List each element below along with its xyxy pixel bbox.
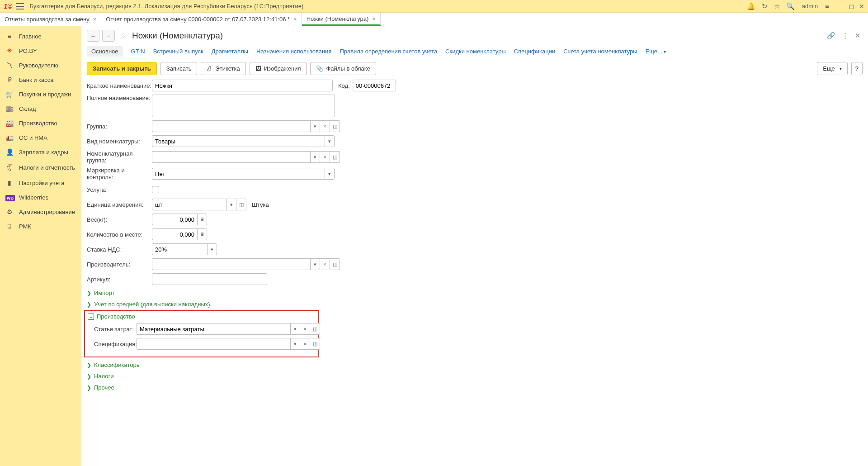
subtab-usage[interactable]: Назначения использования	[256, 48, 331, 55]
open-button[interactable]: ◫	[330, 258, 340, 270]
close-icon[interactable]: ×	[93, 16, 97, 23]
marking-label: Маркировка и контроль:	[87, 167, 152, 181]
clear-button[interactable]: ×	[320, 258, 330, 270]
sidebar-item-manager[interactable]: 〽Руководителю	[0, 58, 81, 72]
nom-group-input[interactable]	[152, 151, 310, 163]
minimize-icon[interactable]: —	[838, 3, 844, 10]
open-button[interactable]: ◫	[330, 151, 340, 163]
group-input[interactable]	[152, 120, 310, 132]
section-production[interactable]: ⌄ Производство	[88, 312, 316, 321]
images-button[interactable]: Изображения	[250, 62, 307, 75]
label-button[interactable]: Этикетка	[201, 62, 245, 75]
open-button[interactable]: ◫	[330, 120, 340, 132]
help-button[interactable]: ?	[851, 62, 863, 75]
sidebar-item-wildberries[interactable]: WBWildberries	[0, 190, 81, 204]
section-other[interactable]: ❯ Прочее	[87, 383, 863, 392]
history-icon[interactable]: ↻	[762, 2, 768, 10]
subtab-metals[interactable]: Драгметаллы	[212, 48, 248, 55]
sidebar-item-admin[interactable]: ⚙Администрирование	[0, 204, 81, 219]
save-button[interactable]: Записать	[160, 62, 198, 75]
open-button[interactable]: ◫	[236, 199, 246, 210]
kebab-icon[interactable]: ⋮	[840, 30, 850, 42]
sidebar-item-settings[interactable]: ▮Настройки учета	[0, 176, 81, 190]
weight-input[interactable]	[152, 214, 197, 225]
bell-icon[interactable]: 🔔	[747, 2, 755, 10]
dropdown-button[interactable]: ▾	[310, 258, 320, 270]
unit-text: Штука	[252, 201, 269, 208]
subtab-accounts[interactable]: Счета учета номенклатуры	[563, 48, 637, 55]
section-avg[interactable]: ❯ Учет по средней (для выписки накладных…	[87, 300, 863, 309]
sidebar-item-production[interactable]: 🏭Производство	[0, 116, 81, 130]
maximize-icon[interactable]: ◻	[849, 3, 854, 10]
vat-input[interactable]	[152, 243, 207, 255]
article-input[interactable]	[152, 273, 267, 285]
spec-input[interactable]	[137, 338, 290, 350]
type-input[interactable]	[152, 135, 325, 147]
more-button[interactable]: Еще▾	[817, 62, 847, 75]
dropdown-button[interactable]: ▾	[290, 323, 300, 335]
tab-report-doc[interactable]: Отчет производства за смену 0000-000002 …	[101, 13, 302, 26]
sidebar-item-assets[interactable]: 🚛ОС и НМА	[0, 130, 81, 145]
marking-input[interactable]	[152, 168, 325, 180]
clear-button[interactable]: ×	[320, 151, 330, 163]
sidebar-item-bank[interactable]: ₽Банк и касса	[0, 72, 81, 87]
subtab-counter[interactable]: Встречный выпуск	[153, 48, 203, 55]
search-icon[interactable]: 🔍	[786, 2, 795, 10]
clear-button[interactable]: ×	[300, 323, 310, 335]
sidebar-item-rmk[interactable]: 🖥РМК	[0, 219, 81, 233]
close-icon[interactable]: ×	[293, 16, 297, 23]
full-name-input[interactable]	[152, 95, 335, 117]
section-import[interactable]: ❯ Импорт	[87, 288, 863, 298]
section-classifiers[interactable]: ❯ Классификаторы	[87, 360, 863, 370]
sidebar-item-main[interactable]: ≡Главное	[0, 29, 81, 43]
nav-back-button[interactable]: ←	[87, 30, 99, 42]
tab-report-list[interactable]: Отчеты производства за смену ×	[0, 13, 101, 26]
files-button[interactable]: Файлы в облаке	[310, 62, 376, 75]
short-name-input[interactable]	[152, 80, 333, 91]
dropdown-button[interactable]: ▾	[207, 243, 217, 255]
sidebar-item-poby[interactable]: ✳PO.BY	[0, 43, 81, 58]
clear-button[interactable]: ×	[300, 338, 310, 350]
close-page-icon[interactable]: ✕	[853, 30, 863, 42]
dropdown-button[interactable]: ▾	[310, 151, 320, 163]
spec-label: Спецификация:	[94, 341, 137, 347]
cost-item-input[interactable]	[137, 323, 290, 335]
hamburger-icon[interactable]	[16, 3, 24, 10]
close-window-icon[interactable]: ✕	[859, 3, 864, 10]
subtab-gtin[interactable]: GTIN	[131, 48, 145, 55]
subtab-specs[interactable]: Спецификации	[514, 48, 556, 55]
section-taxes[interactable]: ❯ Налоги	[87, 371, 863, 381]
manufacturer-input[interactable]	[152, 258, 310, 270]
subtab-main[interactable]: Основное	[87, 46, 123, 57]
link-icon[interactable]: 🔗	[825, 30, 837, 42]
nav-forward-button[interactable]: →	[102, 30, 115, 42]
close-icon[interactable]: ×	[372, 15, 376, 22]
subtab-more[interactable]: Еще...	[646, 48, 666, 55]
sidebar-item-hr[interactable]: 👤Зарплата и кадры	[0, 145, 81, 159]
dropdown-button[interactable]: ▾	[325, 135, 335, 147]
unit-input[interactable]	[152, 199, 226, 210]
dropdown-button[interactable]: ▾	[325, 168, 335, 180]
dropdown-button[interactable]: ▾	[226, 199, 236, 210]
open-button[interactable]: ◫	[310, 338, 320, 350]
sidebar-item-taxes[interactable]: ДтКтНалоги и отчетность	[0, 159, 81, 176]
dropdown-button[interactable]: ▾	[290, 338, 300, 350]
settings-icon[interactable]: ≡	[825, 2, 829, 10]
open-button[interactable]: ◫	[310, 323, 320, 335]
clear-button[interactable]: ×	[320, 120, 330, 132]
tab-nomenclature[interactable]: Ножки (Номенклатура) ×	[302, 13, 381, 26]
sidebar-item-trade[interactable]: 🛒Покупки и продажи	[0, 87, 81, 101]
service-checkbox[interactable]	[152, 186, 159, 193]
sidebar-item-warehouse[interactable]: 🏬Склад	[0, 101, 81, 116]
qty-input[interactable]	[152, 228, 197, 240]
calc-button[interactable]: 🖩	[197, 214, 207, 225]
code-input[interactable]	[353, 80, 396, 91]
favorite-icon[interactable]: ☆	[119, 30, 127, 41]
subtab-accounts-rules[interactable]: Правила определения счетов учета	[340, 48, 437, 55]
star-icon[interactable]: ☆	[774, 2, 780, 10]
calc-button[interactable]: 🖩	[197, 228, 207, 240]
subtab-discounts[interactable]: Скидки номенклатуры	[445, 48, 506, 55]
dropdown-button[interactable]: ▾	[310, 120, 320, 132]
save-close-button[interactable]: Записать и закрыть	[87, 62, 157, 75]
user-label[interactable]: admin	[802, 3, 818, 10]
